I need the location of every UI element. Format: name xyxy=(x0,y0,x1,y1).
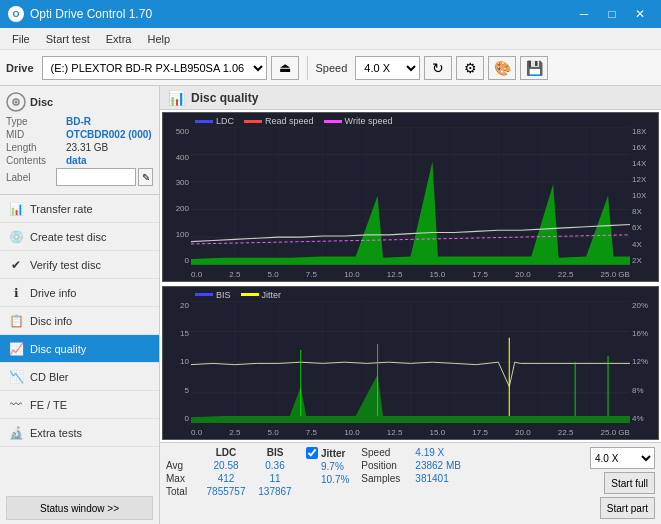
disc-contents-row: Contents data xyxy=(6,155,153,166)
x-17-5: 17.5 xyxy=(472,270,488,279)
disc-length-label: Length xyxy=(6,142,66,153)
position-value: 23862 MB xyxy=(415,460,461,471)
sidebar-item-extra-tests[interactable]: 🔬 Extra tests xyxy=(0,419,159,447)
x-20: 20.0 xyxy=(515,270,531,279)
drive-select[interactable]: (E:) PLEXTOR BD-R PX-LB950SA 1.06 xyxy=(42,56,267,80)
create-test-disc-label: Create test disc xyxy=(30,231,106,243)
refresh-button[interactable]: ↻ xyxy=(424,56,452,80)
titlebar-left: O Opti Drive Control 1.70 xyxy=(8,6,152,22)
disc-type-row: Type BD-R xyxy=(6,116,153,127)
nav-items: 📊 Transfer rate 💿 Create test disc ✔ Ver… xyxy=(0,195,159,492)
label-input[interactable] xyxy=(56,168,136,186)
verify-test-disc-icon: ✔ xyxy=(8,257,24,273)
speed-label: Speed xyxy=(316,62,348,74)
speed-select[interactable]: 4.0 X xyxy=(355,56,420,80)
y-right-14x: 14X xyxy=(632,159,646,168)
bis-legend-color xyxy=(195,293,213,296)
menu-start-test[interactable]: Start test xyxy=(38,31,98,47)
y-label-200: 200 xyxy=(176,204,189,213)
menu-help[interactable]: Help xyxy=(139,31,178,47)
y-bot-10: 10 xyxy=(180,357,189,366)
sidebar-item-create-test-disc[interactable]: 💿 Create test disc xyxy=(0,223,159,251)
label-edit-button[interactable]: ✎ xyxy=(138,168,153,186)
x-15: 15.0 xyxy=(430,270,446,279)
disc-length-row: Length 23.31 GB xyxy=(6,142,153,153)
disc-mid-value: OTCBDR002 (000) xyxy=(66,129,153,140)
speed-position-section: Speed 4.19 X Position 23862 MB Samples 3… xyxy=(361,447,461,484)
x-7-5: 7.5 xyxy=(306,270,317,279)
bx-10: 10.0 xyxy=(344,428,360,437)
start-full-button[interactable]: Start full xyxy=(604,472,655,494)
save-button[interactable]: 💾 xyxy=(520,56,548,80)
jitter-checkbox[interactable] xyxy=(306,447,318,459)
sidebar-item-drive-info[interactable]: ℹ Drive info xyxy=(0,279,159,307)
read-speed-legend-label: Read speed xyxy=(265,116,314,126)
bottom-chart-svg xyxy=(191,301,630,423)
y-right-12x: 12X xyxy=(632,175,646,184)
sidebar-item-cd-bler[interactable]: 📉 CD Bler xyxy=(0,363,159,391)
ldc-legend-label: LDC xyxy=(216,116,234,126)
avg-row: Avg 20.58 0.36 xyxy=(166,460,296,471)
y-right-4pct: 4% xyxy=(632,414,644,423)
fe-te-label: FE / TE xyxy=(30,399,67,411)
jitter-section: Jitter 9.7% 10.7% xyxy=(306,447,349,485)
chart-header-icon: 📊 xyxy=(168,90,185,106)
bottom-chart-y-left: 20 15 10 5 0 xyxy=(163,301,191,423)
extra-tests-icon: 🔬 xyxy=(8,425,24,441)
stats-bar: LDC BIS Avg 20.58 0.36 Max 412 11 Total … xyxy=(160,442,661,524)
jitter-legend-color xyxy=(241,293,259,296)
jitter-header-label: Jitter xyxy=(321,448,345,459)
test-speed-select[interactable]: 4.0 X xyxy=(590,447,655,469)
extra-tests-label: Extra tests xyxy=(30,427,82,439)
jitter-header: Jitter xyxy=(306,447,349,459)
sidebar: Disc Type BD-R MID OTCBDR002 (000) Lengt… xyxy=(0,86,160,524)
status-window-button[interactable]: Status window >> xyxy=(6,496,153,520)
x-0: 0.0 xyxy=(191,270,202,279)
bottom-chart: BIS Jitter 20 15 10 5 0 xyxy=(162,286,659,440)
settings-button[interactable]: ⚙ xyxy=(456,56,484,80)
eject-button[interactable]: ⏏ xyxy=(271,56,299,80)
y-right-10x: 10X xyxy=(632,191,646,200)
y-right-12pct: 12% xyxy=(632,357,648,366)
main-area: Disc Type BD-R MID OTCBDR002 (000) Lengt… xyxy=(0,86,661,524)
disc-icon xyxy=(6,92,26,112)
top-chart-svg xyxy=(191,127,630,265)
action-section: 4.0 X Start full Start part xyxy=(590,447,655,519)
bx-17-5: 17.5 xyxy=(472,428,488,437)
ldc-header: LDC xyxy=(200,447,252,458)
color-button[interactable]: 🎨 xyxy=(488,56,516,80)
chart-header-title: Disc quality xyxy=(191,91,258,105)
minimize-button[interactable]: ─ xyxy=(571,4,597,24)
read-speed-legend-item: Read speed xyxy=(244,116,314,126)
app-title: Opti Drive Control 1.70 xyxy=(30,7,152,21)
maximize-button[interactable]: □ xyxy=(599,4,625,24)
sidebar-item-disc-info[interactable]: 📋 Disc info xyxy=(0,307,159,335)
stats-table: LDC BIS Avg 20.58 0.36 Max 412 11 Total … xyxy=(166,447,296,497)
menu-extra[interactable]: Extra xyxy=(98,31,140,47)
sidebar-item-fe-te[interactable]: 〰 FE / TE xyxy=(0,391,159,419)
menubar: File Start test Extra Help xyxy=(0,28,661,50)
total-label: Total xyxy=(166,486,198,497)
y-bot-20: 20 xyxy=(180,301,189,310)
bx-2-5: 2.5 xyxy=(229,428,240,437)
read-speed-legend-color xyxy=(244,120,262,123)
bx-5: 5.0 xyxy=(268,428,279,437)
bx-20: 20.0 xyxy=(515,428,531,437)
avg-label: Avg xyxy=(166,460,198,471)
sidebar-item-verify-test-disc[interactable]: ✔ Verify test disc xyxy=(0,251,159,279)
sidebar-item-transfer-rate[interactable]: 📊 Transfer rate xyxy=(0,195,159,223)
x-12-5: 12.5 xyxy=(387,270,403,279)
close-button[interactable]: ✕ xyxy=(627,4,653,24)
ldc-total: 7855757 xyxy=(200,486,252,497)
max-row: Max 412 11 xyxy=(166,473,296,484)
menu-file[interactable]: File xyxy=(4,31,38,47)
bottom-chart-x-axis: 0.0 2.5 5.0 7.5 10.0 12.5 15.0 17.5 20.0… xyxy=(191,428,630,437)
jitter-legend-item: Jitter xyxy=(241,290,282,300)
start-part-button[interactable]: Start part xyxy=(600,497,655,519)
drive-label: Drive xyxy=(6,62,34,74)
top-chart: LDC Read speed Write speed 500 400 xyxy=(162,112,659,282)
disc-type-value: BD-R xyxy=(66,116,153,127)
speed-row-label: Speed xyxy=(361,447,411,458)
sidebar-item-disc-quality[interactable]: 📈 Disc quality xyxy=(0,335,159,363)
write-speed-legend-color xyxy=(324,120,342,123)
